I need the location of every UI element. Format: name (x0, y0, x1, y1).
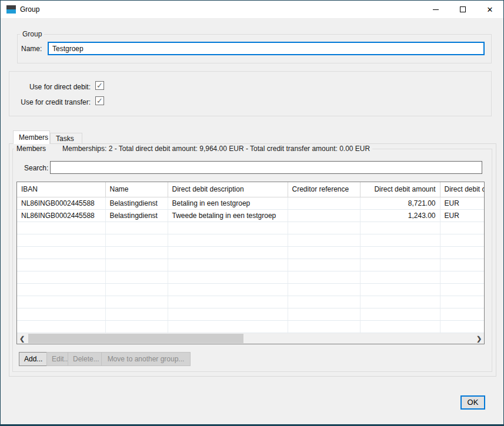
add-button[interactable]: Add... (19, 352, 48, 366)
table-cell (288, 259, 360, 271)
table-cell[interactable]: NL86INGB0002445588 (17, 209, 105, 222)
table-cell[interactable]: Belastingdienst (105, 209, 168, 222)
table-cell (17, 320, 105, 333)
app-icon (6, 5, 16, 14)
table-cell (168, 222, 288, 234)
column-header-0[interactable]: IBAN (17, 182, 105, 197)
search-input[interactable] (50, 161, 482, 174)
name-input[interactable] (48, 42, 485, 55)
table-cell (360, 308, 440, 320)
table-cell (17, 234, 105, 246)
table-cell (168, 259, 288, 271)
empty-table-row (17, 320, 485, 333)
table-cell[interactable] (288, 197, 360, 209)
group-name-box: Group Name: (17, 34, 492, 63)
members-table: IBANNameDirect debit descriptionCreditor… (16, 182, 485, 344)
table-cell (288, 283, 360, 296)
credit-transfer-checkbox[interactable]: ✓ (95, 96, 104, 105)
delete-button: Delete... (68, 352, 105, 366)
horizontal-scrollbar[interactable]: ❮ ❯ (17, 333, 484, 344)
credit-transfer-label: Use for credit transfer: (9, 98, 91, 106)
caption-buttons: ✕ (422, 1, 503, 18)
table-cell (288, 246, 360, 259)
options-box: Use for direct debit: ✓ Use for credit t… (9, 71, 492, 116)
table-cell (360, 320, 440, 333)
tab-tasks[interactable]: Tasks (50, 133, 82, 144)
table-cell (440, 296, 485, 308)
tab-tasks-label: Tasks (56, 135, 74, 143)
table-cell (440, 234, 485, 246)
table-cell (168, 296, 288, 308)
table-cell (168, 234, 288, 246)
ok-button[interactable]: OK (460, 395, 485, 410)
table-cell[interactable]: EUR (440, 197, 485, 209)
table-cell (360, 283, 440, 296)
minimize-button[interactable] (422, 1, 449, 18)
close-icon: ✕ (487, 6, 493, 14)
scrollbar-track[interactable] (27, 333, 474, 344)
table-cell[interactable] (288, 209, 360, 222)
empty-table-row (17, 296, 485, 308)
column-header-5[interactable]: Direct debit c (440, 182, 485, 197)
group-box-title: Group (20, 30, 44, 38)
group-dialog: Group ✕ Group Name: Use for direct debit… (0, 0, 504, 426)
table-cell[interactable]: Tweede betaling in een testgroep (168, 209, 288, 222)
table-cell (360, 271, 440, 283)
column-header-4[interactable]: Direct debit amount (360, 182, 440, 197)
table-cell (17, 222, 105, 234)
column-header-3[interactable]: Creditor reference (288, 182, 360, 197)
column-header-2[interactable]: Direct debit description (168, 182, 288, 197)
table-cell (168, 271, 288, 283)
table-cell[interactable]: EUR (440, 209, 485, 222)
table-cell[interactable]: Belastingdienst (105, 197, 168, 209)
maximize-button[interactable] (449, 1, 476, 18)
empty-table-row (17, 259, 485, 271)
table-cell (105, 222, 168, 234)
scroll-right-button[interactable]: ❯ (474, 333, 484, 344)
empty-table-row (17, 222, 485, 234)
table-cell (360, 246, 440, 259)
table-row[interactable]: NL86INGB0002445588BelastingdienstTweede … (17, 209, 485, 222)
empty-table-row (17, 234, 485, 246)
table-cell[interactable]: Betaling in een testgroep (168, 197, 288, 209)
table-cell (105, 271, 168, 283)
members-box: MembersMemberships: 2 - Total direct deb… (12, 149, 492, 372)
column-header-1[interactable]: Name (105, 182, 168, 197)
empty-table-row (17, 246, 485, 259)
table-cell (440, 222, 485, 234)
window-title: Group (20, 5, 39, 14)
table-cell (17, 246, 105, 259)
table-cell (168, 246, 288, 259)
table-cell (105, 320, 168, 333)
table-cell (288, 320, 360, 333)
direct-debit-label: Use for direct debit: (9, 83, 91, 91)
table-cell (17, 308, 105, 320)
table-cell (288, 271, 360, 283)
table-cell (105, 234, 168, 246)
titlebar: Group ✕ (1, 1, 503, 19)
table-cell (360, 259, 440, 271)
table-cell (360, 222, 440, 234)
table-cell (440, 246, 485, 259)
table-row[interactable]: NL86INGB0002445588BelastingdienstBetalin… (17, 197, 485, 209)
scroll-left-button[interactable]: ❮ (17, 333, 27, 344)
table-cell (288, 222, 360, 234)
table-cell (288, 308, 360, 320)
table-cell (440, 320, 485, 333)
table-cell (168, 320, 288, 333)
table-cell[interactable]: 1,243.00 (360, 209, 440, 222)
close-button[interactable]: ✕ (476, 1, 503, 18)
table-cell[interactable]: NL86INGB0002445588 (17, 197, 105, 209)
scrollbar-thumb[interactable] (28, 334, 243, 343)
table-cell (105, 296, 168, 308)
table-cell[interactable]: 8,721.00 (360, 197, 440, 209)
table-cell (105, 259, 168, 271)
table-cell (17, 259, 105, 271)
table-cell (360, 296, 440, 308)
tab-members[interactable]: Members (13, 130, 50, 144)
empty-table-row (17, 308, 485, 320)
table-cell (17, 271, 105, 283)
table-cell (360, 234, 440, 246)
table-cell (105, 246, 168, 259)
direct-debit-checkbox[interactable]: ✓ (95, 81, 104, 90)
